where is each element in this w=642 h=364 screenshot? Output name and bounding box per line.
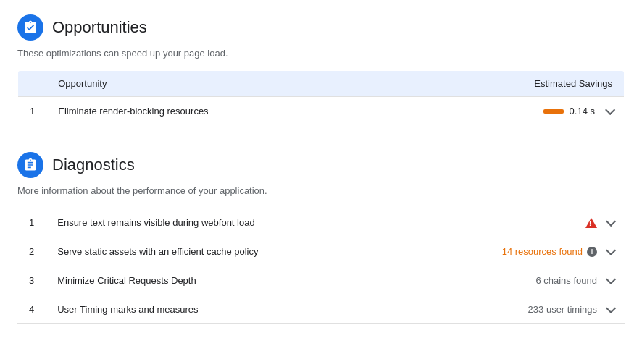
table-row[interactable]: 3 Minimize Critical Requests Depth 6 cha… — [17, 266, 625, 295]
row-label: Serve static assets with an efficient ca… — [46, 237, 407, 266]
diag-status-orange: 14 resources found i — [420, 246, 613, 257]
warning-icon — [585, 218, 597, 228]
row-status[interactable]: 14 resources found i — [408, 237, 625, 266]
row-label: Ensure text remains visible during webfo… — [46, 208, 407, 237]
opportunity-col-num — [18, 71, 47, 97]
opportunity-col-savings: Estimated Savings — [411, 71, 624, 97]
row-num: 2 — [17, 237, 46, 266]
diag-status-warning — [420, 218, 613, 228]
table-row[interactable]: 2 Serve static assets with an efficient … — [17, 237, 625, 266]
diag-status-neutral: 233 user timings — [420, 304, 613, 315]
row-num: 1 — [17, 208, 46, 237]
opportunities-svg — [23, 20, 38, 35]
row-label: User Timing marks and measures — [46, 295, 407, 324]
status-text: 14 resources found — [502, 246, 583, 257]
savings-bar — [543, 109, 564, 114]
row-savings[interactable]: 0.14 s — [411, 97, 624, 126]
opportunities-icon — [17, 14, 43, 41]
row-label: Minimize Critical Requests Depth — [46, 266, 407, 295]
chevron-down-icon[interactable] — [606, 216, 616, 226]
diagnostics-icon — [17, 152, 43, 178]
diagnostics-header: Diagnostics — [17, 152, 625, 178]
chevron-down-icon[interactable] — [606, 245, 616, 255]
savings-value: 0.14 s — [570, 106, 595, 117]
opportunities-header: Opportunities — [17, 14, 625, 41]
opportunity-col-label: Opportunity — [46, 71, 411, 97]
status-text: 233 user timings — [528, 304, 597, 315]
chevron-down-icon[interactable] — [605, 104, 615, 114]
row-num: 4 — [17, 295, 46, 324]
table-row[interactable]: 4 User Timing marks and measures 233 use… — [17, 295, 625, 324]
page-container: Opportunities These optimizations can sp… — [0, 0, 642, 339]
row-num: 1 — [18, 97, 47, 126]
diagnostics-table: 1 Ensure text remains visible during web… — [17, 208, 625, 324]
row-label: Eliminate render-blocking resources — [46, 97, 411, 126]
diagnostics-description: More information about the performance o… — [17, 185, 625, 196]
diagnostics-title: Diagnostics — [52, 156, 135, 174]
opportunities-table-header-row: Opportunity Estimated Savings — [18, 71, 625, 97]
table-row[interactable]: 1 Eliminate render-blocking resources 0.… — [18, 97, 625, 126]
diag-status-neutral: 6 chains found — [420, 275, 613, 286]
table-row[interactable]: 1 Ensure text remains visible during web… — [17, 208, 625, 237]
opportunities-title: Opportunities — [52, 18, 147, 37]
chevron-down-icon[interactable] — [606, 302, 616, 313]
row-num: 3 — [17, 266, 46, 295]
row-status[interactable] — [408, 208, 625, 237]
info-icon[interactable]: i — [587, 247, 597, 257]
row-status[interactable]: 6 chains found — [408, 266, 625, 295]
chevron-down-icon[interactable] — [606, 274, 616, 284]
opportunities-table: Opportunity Estimated Savings 1 Eliminat… — [17, 70, 625, 126]
diagnostics-section: Diagnostics More information about the p… — [17, 152, 625, 324]
status-text: 6 chains found — [535, 275, 597, 286]
row-status[interactable]: 233 user timings — [408, 295, 625, 324]
opportunities-description: These optimizations can speed up your pa… — [17, 48, 625, 59]
diagnostics-svg — [23, 158, 38, 172]
